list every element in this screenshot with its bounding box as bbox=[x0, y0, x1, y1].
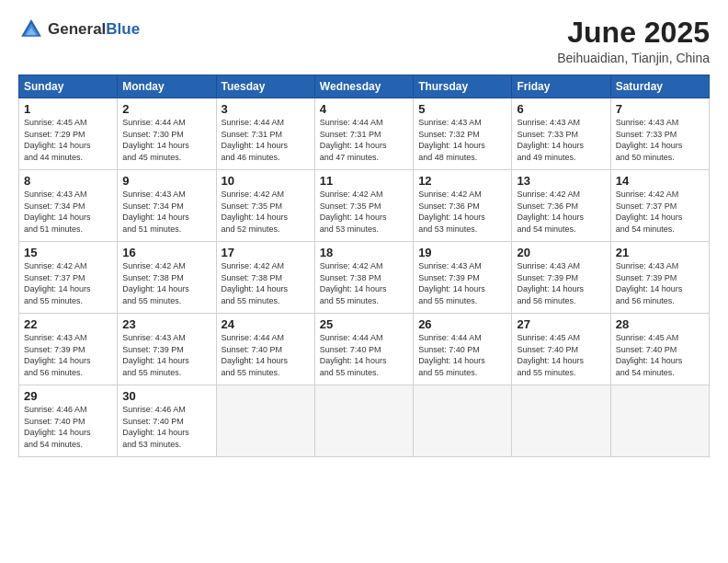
calendar-cell-14: 14Sunrise: 4:42 AMSunset: 7:37 PMDayligh… bbox=[610, 170, 709, 242]
calendar-cell-15: 15Sunrise: 4:42 AMSunset: 7:37 PMDayligh… bbox=[19, 242, 118, 314]
calendar-cell-empty bbox=[216, 385, 314, 457]
calendar-subtitle: Beihuaidian, Tianjin, China bbox=[557, 51, 710, 65]
header: General Blue June 2025 Beihuaidian, Tian… bbox=[18, 17, 710, 65]
calendar-cell-9: 9Sunrise: 4:43 AMSunset: 7:34 PMDaylight… bbox=[118, 170, 216, 242]
calendar-cell-22: 22Sunrise: 4:43 AMSunset: 7:39 PMDayligh… bbox=[19, 314, 118, 385]
calendar-cell-24: 24Sunrise: 4:44 AMSunset: 7:40 PMDayligh… bbox=[216, 314, 314, 385]
calendar-table: Sunday Monday Tuesday Wednesday Thursday… bbox=[18, 75, 710, 457]
calendar-cell-2: 2Sunrise: 4:44 AMSunset: 7:30 PMDaylight… bbox=[118, 98, 216, 170]
logo: General Blue bbox=[18, 17, 140, 42]
calendar-cell-empty bbox=[512, 385, 610, 457]
calendar-cell-empty bbox=[414, 385, 512, 457]
calendar-cell-30: 30Sunrise: 4:46 AMSunset: 7:40 PMDayligh… bbox=[118, 385, 216, 457]
calendar-cell-18: 18Sunrise: 4:42 AMSunset: 7:38 PMDayligh… bbox=[314, 242, 413, 314]
calendar-cell-21: 21Sunrise: 4:43 AMSunset: 7:39 PMDayligh… bbox=[610, 242, 709, 314]
calendar-cell-27: 27Sunrise: 4:45 AMSunset: 7:40 PMDayligh… bbox=[512, 314, 610, 385]
calendar-page: General Blue June 2025 Beihuaidian, Tian… bbox=[0, 0, 728, 563]
calendar-cell-empty bbox=[314, 385, 413, 457]
calendar-cell-23: 23Sunrise: 4:43 AMSunset: 7:39 PMDayligh… bbox=[118, 314, 216, 385]
col-sunday: Sunday bbox=[19, 75, 118, 98]
calendar-cell-17: 17Sunrise: 4:42 AMSunset: 7:38 PMDayligh… bbox=[216, 242, 314, 314]
logo-blue: Blue bbox=[106, 21, 140, 39]
calendar-cell-6: 6Sunrise: 4:43 AMSunset: 7:33 PMDaylight… bbox=[512, 98, 610, 170]
logo-general: General bbox=[48, 21, 106, 39]
col-tuesday: Tuesday bbox=[216, 75, 314, 98]
calendar-title: June 2025 bbox=[557, 17, 710, 49]
calendar-cell-20: 20Sunrise: 4:43 AMSunset: 7:39 PMDayligh… bbox=[512, 242, 610, 314]
calendar-cell-29: 29Sunrise: 4:46 AMSunset: 7:40 PMDayligh… bbox=[19, 385, 118, 457]
col-friday: Friday bbox=[512, 75, 610, 98]
calendar-cell-16: 16Sunrise: 4:42 AMSunset: 7:38 PMDayligh… bbox=[118, 242, 216, 314]
calendar-cell-4: 4Sunrise: 4:44 AMSunset: 7:31 PMDaylight… bbox=[314, 98, 413, 170]
title-block: June 2025 Beihuaidian, Tianjin, China bbox=[557, 17, 710, 65]
logo-icon bbox=[18, 17, 44, 42]
calendar-cell-3: 3Sunrise: 4:44 AMSunset: 7:31 PMDaylight… bbox=[216, 98, 314, 170]
calendar-cell-19: 19Sunrise: 4:43 AMSunset: 7:39 PMDayligh… bbox=[414, 242, 512, 314]
calendar-cell-13: 13Sunrise: 4:42 AMSunset: 7:36 PMDayligh… bbox=[512, 170, 610, 242]
col-thursday: Thursday bbox=[414, 75, 512, 98]
calendar-cell-28: 28Sunrise: 4:45 AMSunset: 7:40 PMDayligh… bbox=[610, 314, 709, 385]
header-row: Sunday Monday Tuesday Wednesday Thursday… bbox=[19, 75, 710, 98]
calendar-cell-10: 10Sunrise: 4:42 AMSunset: 7:35 PMDayligh… bbox=[216, 170, 314, 242]
calendar-cell-26: 26Sunrise: 4:44 AMSunset: 7:40 PMDayligh… bbox=[414, 314, 512, 385]
calendar-cell-8: 8Sunrise: 4:43 AMSunset: 7:34 PMDaylight… bbox=[19, 170, 118, 242]
calendar-cell-7: 7Sunrise: 4:43 AMSunset: 7:33 PMDaylight… bbox=[610, 98, 709, 170]
col-monday: Monday bbox=[118, 75, 216, 98]
calendar-cell-12: 12Sunrise: 4:42 AMSunset: 7:36 PMDayligh… bbox=[414, 170, 512, 242]
logo-text: General Blue bbox=[48, 21, 140, 39]
calendar-cell-empty bbox=[610, 385, 709, 457]
calendar-cell-1: 1Sunrise: 4:45 AMSunset: 7:29 PMDaylight… bbox=[19, 98, 118, 170]
col-wednesday: Wednesday bbox=[314, 75, 413, 98]
calendar-cell-11: 11Sunrise: 4:42 AMSunset: 7:35 PMDayligh… bbox=[314, 170, 413, 242]
calendar-cell-25: 25Sunrise: 4:44 AMSunset: 7:40 PMDayligh… bbox=[314, 314, 413, 385]
col-saturday: Saturday bbox=[610, 75, 709, 98]
calendar-cell-5: 5Sunrise: 4:43 AMSunset: 7:32 PMDaylight… bbox=[414, 98, 512, 170]
